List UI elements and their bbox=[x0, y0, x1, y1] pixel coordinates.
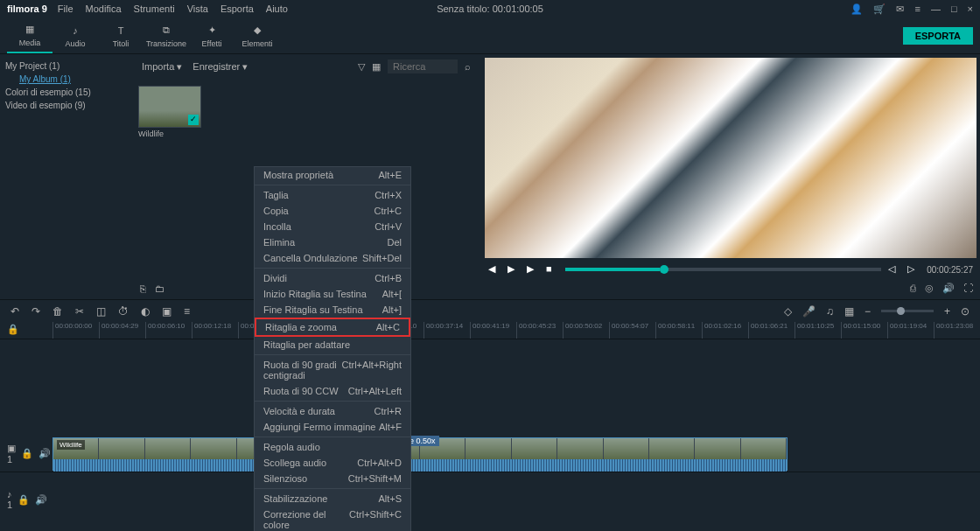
filter-icon[interactable]: ▽ bbox=[358, 61, 365, 73]
ctx-ruota-di-gradi-centigradi[interactable]: Ruota di 90 gradi centigradiCtrl+Alt+Rig… bbox=[255, 357, 410, 383]
tab-effects[interactable]: ✦Effetti bbox=[189, 18, 234, 53]
settings-icon[interactable]: ≡ bbox=[914, 3, 920, 15]
ruler[interactable]: 🔒 00:00:00:0000:00:04:2900:00:06:1000:00… bbox=[0, 322, 980, 339]
menu-view[interactable]: Vista bbox=[187, 3, 208, 14]
delete-icon[interactable]: 🗑 bbox=[52, 305, 63, 318]
context-menu: Mostra proprietàAlt+ETagliaCtrl+XCopiaCt… bbox=[254, 166, 411, 531]
audio-track: ♪ 1 🔒 🔊 bbox=[0, 490, 980, 509]
user-icon[interactable]: 👤 bbox=[850, 3, 863, 15]
prev-frame-icon[interactable]: ◀ bbox=[488, 263, 500, 276]
ctx-elimina[interactable]: EliminaDel bbox=[255, 234, 410, 250]
edit-toolbar: ↶ ↷ 🗑 ✂ ◫ ⏱ ◐ ▣ ≡ ◇ 🎤 ♫ ▦ − + ⊙ bbox=[0, 299, 980, 322]
color-icon[interactable]: ◐ bbox=[141, 305, 150, 318]
record-dropdown[interactable]: Enregistrer ▾ bbox=[192, 61, 248, 73]
sidebar-colors[interactable]: Colori di esempio (15) bbox=[5, 86, 126, 99]
top-menu: filmora 9 File Modifica Strumenti Vista … bbox=[0, 0, 980, 17]
ctx-cancella-ondulazione[interactable]: Cancella OndulazioneShift+Del bbox=[255, 250, 410, 266]
menu-export[interactable]: Esporta bbox=[220, 3, 254, 14]
play-icon[interactable]: ▶ bbox=[508, 263, 520, 276]
zoom-slider[interactable] bbox=[881, 310, 934, 312]
media-icon: ▦ bbox=[23, 23, 37, 37]
ctx-ruota-di-ccw[interactable]: Ruota di 90 CCWCtrl+Alt+Left bbox=[255, 383, 410, 399]
ctx-correzione-del-colore[interactable]: Correzione del coloreCtrl+Shift+C bbox=[255, 507, 410, 531]
tab-titles[interactable]: TTitoli bbox=[98, 18, 144, 53]
track-mute-icon[interactable]: 🔊 bbox=[38, 448, 51, 459]
ctx-aggiungi-fermo-immagine[interactable]: Aggiungi Fermo immagineAlt+F bbox=[255, 419, 410, 435]
ctx-taglia[interactable]: TagliaCtrl+X bbox=[255, 187, 410, 203]
folder-out-icon[interactable]: ⎘ bbox=[140, 283, 146, 294]
ctx-incolla[interactable]: IncollaCtrl+V bbox=[255, 219, 410, 234]
ctx-inizio-ritaglia-su-testina[interactable]: Inizio Ritaglia su TestinaAlt+[ bbox=[255, 286, 410, 302]
zoom-fit-icon[interactable]: ⊙ bbox=[961, 305, 970, 318]
close-icon[interactable]: × bbox=[968, 3, 973, 15]
mic-icon[interactable]: 🎤 bbox=[802, 305, 816, 318]
tab-transition[interactable]: ⧉Transizione bbox=[144, 18, 189, 53]
sidebar-videos[interactable]: Video di esempio (9) bbox=[5, 99, 126, 112]
cart-icon[interactable]: 🛒 bbox=[873, 3, 886, 15]
menu-tools[interactable]: Strumenti bbox=[134, 3, 175, 14]
window-title: Senza titolo: 00:01:00:05 bbox=[437, 3, 543, 14]
lock-icon[interactable]: 🔒 bbox=[7, 324, 19, 335]
tab-media[interactable]: ▦Media bbox=[7, 18, 52, 53]
sidebar-project[interactable]: My Project (1) bbox=[5, 59, 126, 73]
snapshot-icon[interactable]: ⎙ bbox=[910, 283, 916, 294]
ctx-mostra-propriet-[interactable]: Mostra proprietàAlt+E bbox=[255, 167, 410, 183]
adjust-icon[interactable]: ≡ bbox=[184, 305, 190, 318]
mark-out-icon[interactable]: ▷ bbox=[907, 263, 920, 276]
crop-icon[interactable]: ◫ bbox=[96, 305, 106, 318]
ruler-tick: 00:00:00:00 bbox=[52, 322, 99, 339]
ctx-scollega-audio[interactable]: Scollega audioCtrl+Alt+D bbox=[255, 455, 410, 471]
volume-icon[interactable]: 🔊 bbox=[942, 283, 955, 294]
audio-mute-icon[interactable]: 🔊 bbox=[35, 494, 47, 506]
menu-edit[interactable]: Modifica bbox=[86, 3, 122, 14]
audio-lock-icon[interactable]: 🔒 bbox=[18, 494, 30, 506]
seek-bar[interactable] bbox=[565, 268, 881, 271]
quality-icon[interactable]: ◎ bbox=[925, 283, 934, 294]
thumb-image bbox=[138, 86, 201, 128]
preview-video[interactable] bbox=[485, 58, 976, 258]
elements-icon: ◆ bbox=[250, 24, 264, 38]
maximize-icon[interactable]: □ bbox=[951, 3, 957, 15]
sidebar-album[interactable]: My Album (1) bbox=[5, 73, 126, 86]
ctx-ritaglia-e-zooma[interactable]: Ritaglia e zoomaAlt+C bbox=[255, 318, 410, 337]
folder-icon[interactable]: 🗀 bbox=[155, 283, 164, 294]
menu-file[interactable]: File bbox=[58, 3, 74, 14]
track-visibility-icon[interactable]: ▣ 1 bbox=[7, 443, 16, 465]
split-icon[interactable]: ✂ bbox=[75, 305, 84, 318]
ctx-ritaglia-per-adattare[interactable]: Ritaglia per adattare bbox=[255, 337, 410, 353]
grid-icon[interactable]: ▦ bbox=[372, 61, 381, 73]
search-input[interactable] bbox=[388, 59, 458, 73]
stop-icon[interactable]: ■ bbox=[546, 263, 558, 276]
ruler-tick: 00:01:06:21 bbox=[748, 322, 794, 339]
message-icon[interactable]: ✉ bbox=[896, 3, 904, 15]
menu-help[interactable]: Aiuto bbox=[266, 3, 288, 14]
zoom-in-icon[interactable]: + bbox=[944, 305, 950, 318]
speed-icon[interactable]: ⏱ bbox=[118, 305, 129, 318]
mark-in-icon[interactable]: ◁ bbox=[888, 263, 900, 276]
fullscreen-icon[interactable]: ⛶ bbox=[963, 283, 973, 294]
marker-icon[interactable]: ◇ bbox=[784, 305, 792, 318]
greenscreen-icon[interactable]: ▣ bbox=[162, 305, 172, 318]
next-frame-icon[interactable]: ▶ bbox=[527, 263, 539, 276]
undo-icon[interactable]: ↶ bbox=[10, 305, 19, 318]
render-icon[interactable]: ▦ bbox=[844, 305, 854, 318]
tab-elements[interactable]: ◆Elementi bbox=[234, 18, 280, 53]
tab-audio[interactable]: ♪Audio bbox=[52, 18, 98, 53]
search-icon[interactable]: ⌕ bbox=[465, 61, 471, 72]
ctx-copia[interactable]: CopiaCtrl+C bbox=[255, 203, 410, 219]
media-thumb[interactable]: Wildlife bbox=[138, 86, 201, 138]
track-lock-icon[interactable]: 🔒 bbox=[21, 448, 33, 459]
ctx-fine-ritaglia-su-testina[interactable]: Fine Ritaglia su TestinaAlt+] bbox=[255, 302, 410, 318]
ctx-dividi[interactable]: DividiCtrl+B bbox=[255, 270, 410, 286]
clip-label: Wildlife bbox=[57, 440, 85, 450]
mixer-icon[interactable]: ♫ bbox=[826, 305, 834, 318]
ctx-stabilizzazione[interactable]: StabilizzazioneAlt+S bbox=[255, 491, 410, 507]
ctx-regola-audio[interactable]: Regola audio bbox=[255, 439, 410, 455]
ctx-velocit-e-durata[interactable]: Velocità e durataCtrl+R bbox=[255, 403, 410, 419]
minimize-icon[interactable]: — bbox=[931, 3, 941, 15]
export-button[interactable]: ESPORTA bbox=[903, 27, 973, 45]
import-dropdown[interactable]: Importa ▾ bbox=[142, 61, 182, 73]
ctx-silenzioso[interactable]: SilenziosoCtrl+Shift+M bbox=[255, 471, 410, 486]
redo-icon[interactable]: ↷ bbox=[32, 305, 40, 318]
zoom-out-icon[interactable]: − bbox=[864, 305, 871, 318]
